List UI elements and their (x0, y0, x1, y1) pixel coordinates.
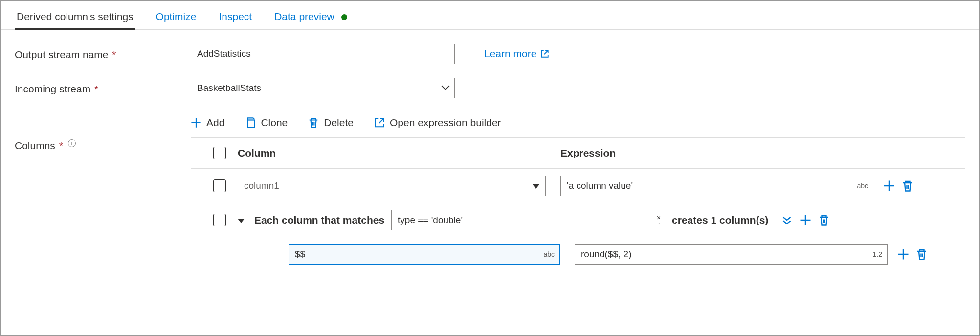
plus-icon (883, 180, 895, 192)
expression-input[interactable]: 'a column value' abc (560, 176, 873, 196)
table-row: Each column that matches type == 'double… (191, 203, 965, 237)
svg-rect-0 (248, 120, 255, 128)
pattern-prefix-label: Each column that matches (254, 214, 384, 226)
delete-label: Delete (324, 117, 354, 129)
incoming-stream-label-text: Incoming stream (15, 83, 90, 94)
row-checkbox[interactable] (213, 179, 226, 192)
match-condition-text: type == 'double' (398, 215, 463, 225)
tab-data-preview[interactable]: Data preview (272, 7, 349, 29)
required-asterisk-icon: * (59, 140, 63, 151)
delete-row-button[interactable] (902, 180, 913, 192)
columns-label: Columns * i (15, 112, 191, 152)
info-icon[interactable]: i (68, 139, 76, 147)
expand-columns-button[interactable] (781, 214, 793, 226)
type-badge: abc (543, 250, 555, 258)
type-badge: 1.2 (873, 250, 882, 258)
table-row: column1 'a column value' abc (191, 169, 965, 203)
name-expr-text: $$ (295, 249, 305, 260)
incoming-stream-label: Incoming stream * (15, 81, 191, 95)
header-expression: Expression (560, 147, 965, 159)
open-expression-builder-button[interactable]: Open expression builder (374, 117, 501, 129)
table-row: $$ abc round($$, 2) 1.2 (191, 237, 965, 271)
columns-table-header: Column Expression (191, 138, 965, 169)
plus-icon (800, 214, 811, 226)
trash-icon (818, 214, 830, 226)
value-expression-input[interactable]: round($$, 2) 1.2 (575, 244, 888, 265)
tab-inspect[interactable]: Inspect (217, 7, 254, 29)
required-asterisk-icon: * (94, 83, 98, 94)
tab-data-preview-label: Data preview (274, 11, 334, 22)
tab-settings[interactable]: Derived column's settings (15, 7, 135, 29)
triangle-down-icon (533, 180, 539, 191)
columns-label-text: Columns (15, 140, 55, 151)
external-link-icon (540, 49, 549, 58)
clone-button[interactable]: Clone (245, 117, 288, 129)
learn-more-link[interactable]: Learn more (484, 48, 549, 60)
plus-icon (897, 248, 909, 260)
plus-icon (191, 117, 201, 128)
tab-bar: Derived column's settings Optimize Inspe… (1, 1, 979, 30)
columns-toolbar: Add Clone Delete Open expression builder (191, 112, 965, 138)
output-stream-label-text: Output stream name (15, 49, 108, 60)
trash-icon (308, 117, 319, 128)
delete-button[interactable]: Delete (308, 117, 354, 129)
output-stream-label: Output stream name * (15, 47, 191, 61)
select-all-checkbox[interactable] (213, 147, 226, 159)
expand-toggle-icon[interactable] (238, 215, 245, 225)
open-builder-label: Open expression builder (390, 117, 501, 129)
external-link-icon (374, 117, 385, 128)
output-stream-input[interactable] (191, 44, 455, 64)
pattern-suffix-label: creates 1 column(s) (672, 214, 768, 226)
add-row-button[interactable] (883, 180, 895, 192)
value-expr-text: round($$, 2) (581, 249, 632, 260)
add-row-button[interactable] (800, 214, 811, 226)
type-badge: abc (857, 182, 868, 190)
add-label: Add (206, 117, 224, 129)
expression-text: 'a column value' (567, 180, 633, 191)
trash-icon (902, 180, 913, 192)
clone-label: Clone (261, 117, 288, 129)
column-name-expression-input[interactable]: $$ abc (289, 244, 560, 265)
incoming-stream-value: BasketballStats (197, 83, 261, 93)
column-name-placeholder: column1 (244, 180, 279, 191)
trash-icon (916, 248, 928, 260)
row-checkbox[interactable] (213, 214, 226, 226)
delete-row-button[interactable] (818, 214, 830, 226)
required-asterisk-icon: * (112, 49, 116, 60)
header-column: Column (238, 147, 560, 159)
delete-row-button[interactable] (916, 248, 928, 260)
add-row-button[interactable] (897, 248, 909, 260)
chevron-down-icon (443, 83, 448, 93)
tab-optimize[interactable]: Optimize (154, 7, 199, 29)
clone-icon (245, 117, 256, 128)
add-button[interactable]: Add (191, 117, 224, 129)
incoming-stream-dropdown[interactable]: BasketballStats (191, 78, 455, 98)
match-condition-input[interactable]: type == 'double' × ⌄ (391, 210, 665, 230)
column-name-dropdown[interactable]: column1 (238, 176, 546, 196)
learn-more-text: Learn more (484, 48, 536, 60)
status-dot-icon (341, 14, 347, 20)
double-chevron-down-icon (781, 214, 793, 226)
clear-and-expand-icon[interactable]: × ⌄ (657, 215, 661, 225)
